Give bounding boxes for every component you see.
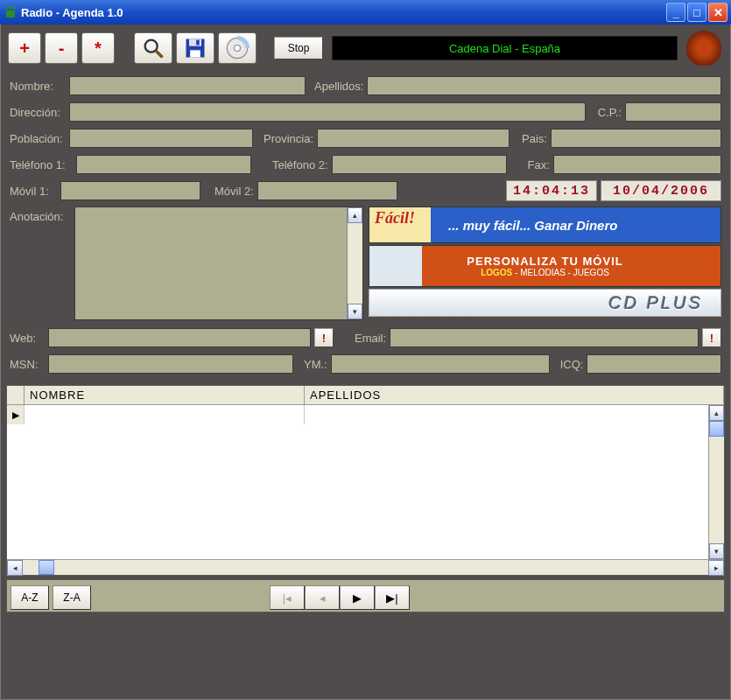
direccion-input[interactable] — [69, 102, 586, 122]
fax-input[interactable] — [553, 155, 721, 174]
svg-point-1 — [145, 40, 158, 52]
star-button[interactable]: * — [81, 32, 115, 64]
scroll-up-icon[interactable]: ▴ — [709, 405, 724, 421]
search-button[interactable] — [134, 32, 172, 64]
nav-next-button[interactable]: ▶ — [340, 585, 375, 610]
cd-button[interactable] — [218, 32, 257, 64]
pais-label: Pais: — [522, 132, 547, 145]
radio-logo-icon — [686, 31, 721, 66]
grid-vscrollbar[interactable]: ▴ ▾ — [708, 405, 724, 559]
grid-body[interactable]: ▶ — [7, 405, 724, 559]
row-selector[interactable]: ▶ — [7, 405, 25, 424]
ad2-line1: PERSONALIZA TU MÓVIL — [467, 255, 622, 268]
movil2-input[interactable] — [257, 181, 397, 200]
window-title: Radio - Agenda 1.0 — [21, 6, 123, 19]
provincia-label: Provincia: — [264, 132, 313, 145]
close-button[interactable]: ✕ — [708, 3, 727, 22]
svg-point-8 — [235, 46, 241, 52]
email-input[interactable] — [390, 328, 699, 347]
app-icon — [4, 5, 18, 19]
svg-line-2 — [157, 52, 163, 58]
tel2-label: Teléfono 2: — [272, 158, 328, 172]
table-row[interactable]: ▶ — [7, 405, 724, 424]
cp-input[interactable] — [625, 102, 721, 122]
date-display: 10/04/2006 — [601, 180, 721, 201]
scroll-down-icon[interactable]: ▾ — [709, 543, 724, 559]
email-label: Email: — [355, 332, 386, 345]
maximize-button[interactable]: □ — [687, 3, 706, 22]
nombre-label: Nombre: — [10, 80, 66, 93]
fax-label: Fax: — [528, 158, 550, 172]
search-icon — [141, 36, 165, 60]
stop-button[interactable]: Stop — [274, 37, 323, 60]
cell-nombre[interactable] — [25, 405, 305, 424]
msn-input[interactable] — [48, 354, 293, 374]
save-button[interactable] — [176, 32, 214, 64]
web-label: Web: — [10, 332, 45, 345]
grid-col-apellidos[interactable]: APELLIDOS — [305, 386, 724, 404]
ym-input[interactable] — [331, 354, 550, 374]
icq-label: ICQ: — [560, 358, 584, 371]
scroll-left-icon[interactable]: ◂ — [7, 560, 23, 576]
grid-hscrollbar[interactable]: ◂ ▸ — [7, 559, 724, 575]
anotacion-textarea[interactable]: ▴ ▾ — [74, 206, 363, 320]
apellidos-input[interactable] — [367, 76, 721, 95]
nav-prev-button[interactable]: ◂ — [305, 585, 340, 610]
ad-banner-2[interactable]: PERSONALIZA TU MÓVIL LOGOS - MELODIAS - … — [369, 245, 721, 287]
cd-icon — [225, 36, 250, 60]
grid-col-nombre[interactable]: NOMBRE — [25, 386, 305, 404]
tel1-label: Teléfono 1: — [10, 158, 73, 172]
data-grid[interactable]: NOMBRE APELLIDOS ▶ ▴ ▾ ◂ ▸ — [6, 385, 725, 576]
scroll-thumb[interactable] — [709, 421, 724, 437]
email-go-button[interactable]: ! — [702, 328, 721, 347]
minimize-button[interactable]: _ — [666, 3, 685, 22]
svg-rect-6 — [196, 40, 200, 46]
anotacion-scrollbar[interactable]: ▴ ▾ — [347, 207, 362, 319]
icq-input[interactable] — [587, 354, 721, 374]
poblacion-label: Población: — [10, 132, 66, 145]
window-body: + - * Stop Cadena Dial - España Nombre: … — [0, 24, 731, 700]
cp-label: C.P.: — [598, 106, 622, 119]
radio-display: Cadena Dial - España — [332, 36, 678, 60]
tel2-input[interactable] — [332, 155, 507, 174]
time-display: 14:04:13 — [506, 180, 597, 201]
anotacion-label: Anotación: — [10, 206, 69, 223]
msn-label: MSN: — [10, 358, 45, 371]
record-nav: |◂ ◂ ▶ ▶| — [270, 585, 410, 610]
ad-banner-3[interactable]: CD PLUS — [369, 289, 721, 317]
poblacion-input[interactable] — [69, 129, 253, 148]
web-input[interactable] — [48, 328, 311, 347]
scroll-down-icon[interactable]: ▾ — [348, 304, 362, 319]
web-go-button[interactable]: ! — [314, 328, 334, 347]
sort-az-button[interactable]: A-Z — [11, 585, 49, 610]
pais-input[interactable] — [551, 129, 721, 148]
add-button[interactable]: + — [8, 32, 41, 64]
nav-first-button[interactable]: |◂ — [270, 585, 305, 610]
floppy-icon — [183, 36, 207, 60]
scroll-up-icon[interactable]: ▴ — [348, 207, 362, 223]
apellidos-label: Apellidos: — [314, 80, 363, 93]
toolbar: + - * Stop Cadena Dial - España — [4, 28, 727, 70]
scroll-right-icon[interactable]: ▸ — [708, 560, 724, 576]
remove-button[interactable]: - — [45, 32, 78, 64]
grid-header: NOMBRE APELLIDOS — [7, 386, 724, 405]
movil1-input[interactable] — [60, 181, 200, 200]
ad1-text: ... muy fácil... Ganar Dinero — [448, 218, 617, 233]
tel1-input[interactable] — [76, 155, 251, 174]
sort-za-button[interactable]: Z-A — [53, 585, 91, 610]
svg-rect-0 — [6, 10, 15, 18]
nombre-input[interactable] — [69, 76, 306, 95]
form-area: Nombre: Apellidos: Dirección: C.P.: Pobl… — [4, 70, 727, 382]
grid-selector-header[interactable] — [7, 386, 25, 404]
bottom-bar: A-Z Z-A |◂ ◂ ▶ ▶| — [6, 579, 725, 612]
cell-apellidos[interactable] — [305, 405, 724, 424]
svg-rect-4 — [189, 39, 201, 46]
ym-label: YM.: — [304, 358, 327, 371]
svg-rect-5 — [190, 50, 200, 57]
nav-last-button[interactable]: ▶| — [375, 585, 410, 610]
scroll-thumb-h[interactable] — [39, 560, 54, 575]
ad2-line2: LOGOS - MELODIAS - JUEGOS — [481, 268, 609, 277]
movil2-label: Móvil 2: — [214, 185, 254, 198]
ad-banner-1[interactable]: Fácil ... muy fácil... Ganar Dinero — [369, 206, 721, 243]
provincia-input[interactable] — [317, 129, 510, 148]
